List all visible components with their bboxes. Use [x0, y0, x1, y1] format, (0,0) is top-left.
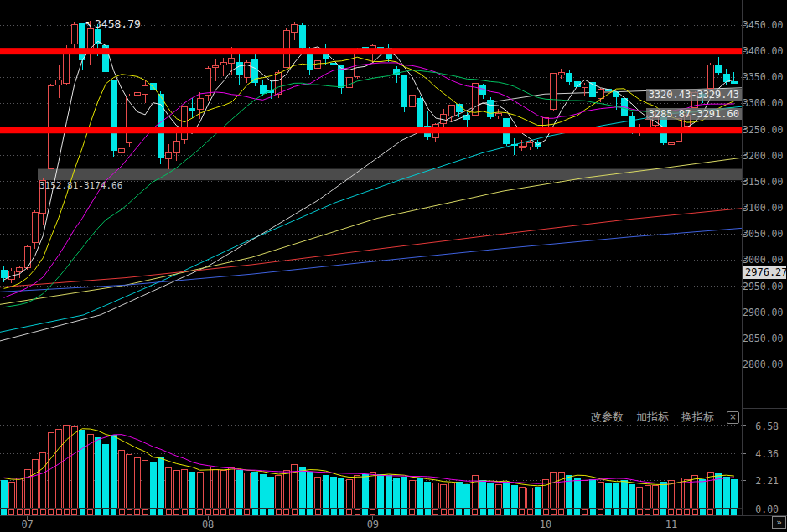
change-params-button[interactable]: 改参数: [591, 410, 624, 425]
close-icon[interactable]: ×: [727, 411, 739, 424]
switch-indicator-button[interactable]: 换指标: [681, 410, 714, 425]
stock-chart-window: ↖ 3458.79 3152.81-3174.66 3320.43-3329.4…: [0, 0, 787, 532]
next-page-button[interactable]: »: [772, 516, 786, 529]
chart-canvas[interactable]: [0, 0, 787, 532]
add-indicator-button[interactable]: 加指标: [636, 410, 669, 425]
